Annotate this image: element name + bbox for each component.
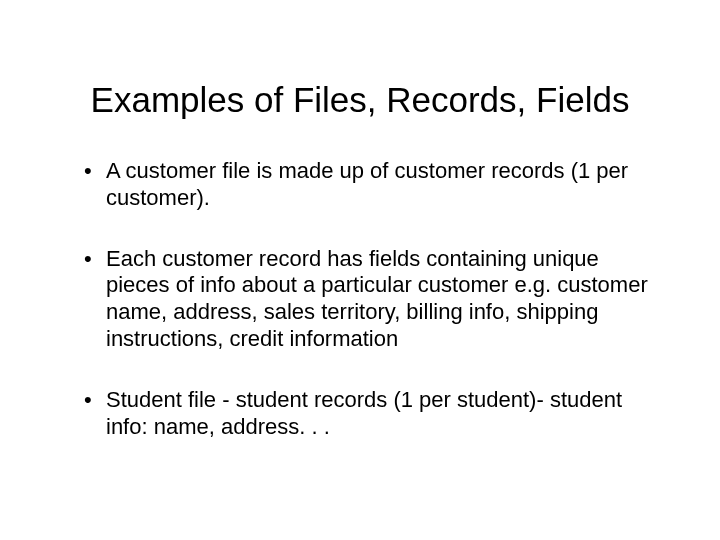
- list-item: Each customer record has fields containi…: [84, 246, 650, 353]
- bullet-list: A customer file is made up of customer r…: [60, 158, 660, 441]
- list-item: Student file - student records (1 per st…: [84, 387, 650, 441]
- list-item: A customer file is made up of customer r…: [84, 158, 650, 212]
- slide-title: Examples of Files, Records, Fields: [60, 80, 660, 120]
- slide: Examples of Files, Records, Fields A cus…: [0, 0, 720, 540]
